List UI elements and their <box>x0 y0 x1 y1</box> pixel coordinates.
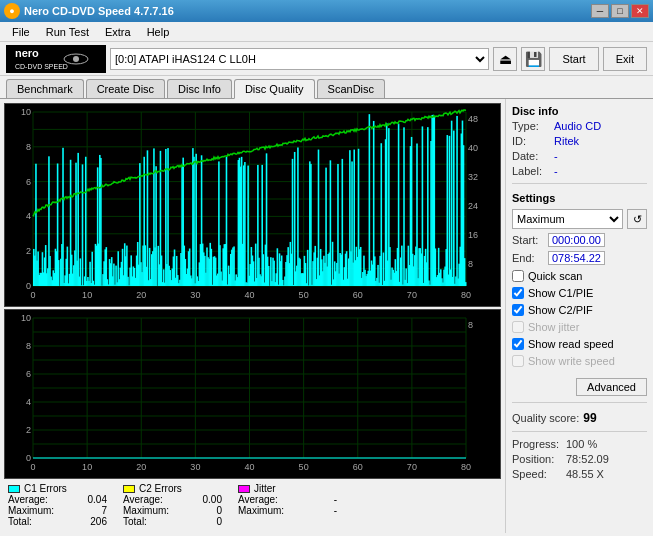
disc-date-val: - <box>554 150 558 162</box>
jitter-stats: Jitter Average: - Maximum: - <box>238 483 337 527</box>
quality-score-val: 99 <box>583 411 596 425</box>
c2-label: C2 Errors <box>123 483 222 494</box>
show-c1-row: Show C1/PIE <box>512 287 647 299</box>
c1-max-label: Maximum: <box>8 505 63 516</box>
menubar: File Run Test Extra Help <box>0 22 653 42</box>
jitter-max-val: - <box>297 505 337 516</box>
speed-val: 48.55 X <box>566 468 604 480</box>
disc-id-label: ID: <box>512 135 550 147</box>
disc-id-row: ID: Ritek <box>512 135 647 147</box>
main-content: C1 Errors Average: 0.04 Maximum: 7 Total… <box>0 99 653 533</box>
position-label: Position: <box>512 453 562 465</box>
quick-scan-label: Quick scan <box>528 270 582 282</box>
jitter-avg-row: Average: - <box>238 494 337 505</box>
c2-total-val: 0 <box>182 516 222 527</box>
c2-stats: C2 Errors Average: 0.00 Maximum: 0 Total… <box>123 483 222 527</box>
disc-date-row: Date: - <box>512 150 647 162</box>
start-button[interactable]: Start <box>549 47 598 71</box>
tab-disc-quality[interactable]: Disc Quality <box>234 79 315 99</box>
c1-title: C1 Errors <box>24 483 67 494</box>
disc-id-val: Ritek <box>554 135 579 147</box>
disc-label-val: - <box>554 165 558 177</box>
show-read-checkbox[interactable] <box>512 338 524 350</box>
eject-button[interactable]: ⏏ <box>493 47 517 71</box>
menu-help[interactable]: Help <box>139 24 178 40</box>
speed-row-2: Speed: 48.55 X <box>512 468 647 480</box>
svg-point-4 <box>73 56 79 62</box>
show-jitter-row: Show jitter <box>512 321 647 333</box>
c1-max-row: Maximum: 7 <box>8 505 107 516</box>
end-val: 078:54.22 <box>548 251 605 265</box>
c2-avg-label: Average: <box>123 494 178 505</box>
divider-1 <box>512 183 647 184</box>
titlebar: ● Nero CD-DVD Speed 4.7.7.16 ─ □ ✕ <box>0 0 653 22</box>
disc-info-title: Disc info <box>512 105 647 117</box>
show-jitter-label: Show jitter <box>528 321 579 333</box>
top-chart-canvas <box>5 104 500 306</box>
speed-select[interactable]: Maximum <box>512 209 623 229</box>
progress-val: 100 % <box>566 438 597 450</box>
chart-area: C1 Errors Average: 0.04 Maximum: 7 Total… <box>0 99 505 533</box>
disc-type-row: Type: Audio CD <box>512 120 647 132</box>
refresh-button[interactable]: ↺ <box>627 209 647 229</box>
c2-total-label: Total: <box>123 516 178 527</box>
c1-total-label: Total: <box>8 516 63 527</box>
tab-create-disc[interactable]: Create Disc <box>86 79 165 98</box>
svg-text:CD-DVD SPEED: CD-DVD SPEED <box>15 63 68 70</box>
c2-max-row: Maximum: 0 <box>123 505 222 516</box>
disc-date-label: Date: <box>512 150 550 162</box>
show-c2-checkbox[interactable] <box>512 304 524 316</box>
quality-score-row: Quality score: 99 <box>512 411 647 425</box>
svg-text:nero: nero <box>15 47 39 59</box>
tab-scan-disc[interactable]: ScanDisc <box>317 79 385 98</box>
c1-total-val: 206 <box>67 516 107 527</box>
menu-file[interactable]: File <box>4 24 38 40</box>
jitter-color <box>238 485 250 493</box>
tab-benchmark[interactable]: Benchmark <box>6 79 84 98</box>
c2-title: C2 Errors <box>139 483 182 494</box>
end-label: End: <box>512 252 544 264</box>
show-c2-label: Show C2/PIF <box>528 304 593 316</box>
show-c1-checkbox[interactable] <box>512 287 524 299</box>
close-button[interactable]: ✕ <box>631 4 649 18</box>
maximize-button[interactable]: □ <box>611 4 629 18</box>
app-icon: ● <box>4 3 20 19</box>
minimize-button[interactable]: ─ <box>591 4 609 18</box>
jitter-avg-val: - <box>297 494 337 505</box>
jitter-max-label: Maximum: <box>238 505 293 516</box>
drive-select[interactable]: [0:0] ATAPI iHAS124 C LL0H <box>110 48 489 70</box>
advanced-button[interactable]: Advanced <box>576 378 647 396</box>
bottom-chart <box>4 309 501 479</box>
disc-type-label: Type: <box>512 120 550 132</box>
quick-scan-row: Quick scan <box>512 270 647 282</box>
c1-color <box>8 485 20 493</box>
menu-extra[interactable]: Extra <box>97 24 139 40</box>
quick-scan-checkbox[interactable] <box>512 270 524 282</box>
speed-label: Speed: <box>512 468 562 480</box>
quality-score-label: Quality score: <box>512 412 579 424</box>
c2-max-val: 0 <box>182 505 222 516</box>
jitter-label: Jitter <box>238 483 337 494</box>
show-c2-row: Show C2/PIF <box>512 304 647 316</box>
start-label: Start: <box>512 234 544 246</box>
right-panel: Disc info Type: Audio CD ID: Ritek Date:… <box>505 99 653 533</box>
bottom-chart-canvas <box>5 310 500 478</box>
c2-avg-val: 0.00 <box>182 494 222 505</box>
save-button[interactable]: 💾 <box>521 47 545 71</box>
settings-title: Settings <box>512 192 647 204</box>
show-read-label: Show read speed <box>528 338 614 350</box>
show-write-checkbox[interactable] <box>512 355 524 367</box>
c1-avg-row: Average: 0.04 <box>8 494 107 505</box>
exit-button[interactable]: Exit <box>603 47 647 71</box>
divider-3 <box>512 431 647 432</box>
app-logo: nero CD-DVD SPEED <box>6 45 106 73</box>
position-val: 78:52.09 <box>566 453 609 465</box>
toolbar: nero CD-DVD SPEED [0:0] ATAPI iHAS124 C … <box>0 42 653 76</box>
tab-disc-info[interactable]: Disc Info <box>167 79 232 98</box>
menu-run-test[interactable]: Run Test <box>38 24 97 40</box>
c1-avg-val: 0.04 <box>67 494 107 505</box>
show-jitter-checkbox[interactable] <box>512 321 524 333</box>
disc-label-row: Label: - <box>512 165 647 177</box>
start-val: 000:00.00 <box>548 233 605 247</box>
jitter-title: Jitter <box>254 483 276 494</box>
